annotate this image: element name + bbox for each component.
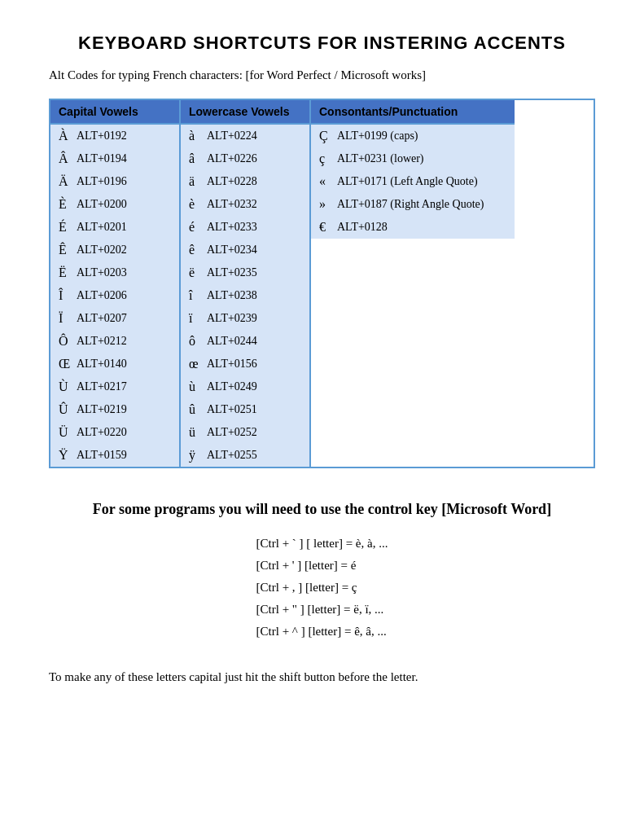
alt-code: ALT+0238 <box>207 289 257 302</box>
alt-code: ALT+0232 <box>207 198 257 211</box>
ctrl-line: [Ctrl + ^ ] [letter] = ê, â, ... <box>256 621 388 643</box>
alt-code: ALT+0194 <box>77 152 127 165</box>
alt-code: ALT+0244 <box>207 335 257 348</box>
alt-code: ALT+0171 (Left Angle Quote) <box>337 175 478 188</box>
char-glyph: Ÿ <box>59 448 77 463</box>
char-glyph: Ë <box>59 266 77 280</box>
page-title: KEYBOARD SHORTCUTS FOR INSTERING ACCENTS <box>49 33 595 54</box>
ctrl-line: [Ctrl + ` ] [ letter] = è, à, ... <box>256 533 388 555</box>
alt-code: ALT+0128 <box>337 221 388 234</box>
table-row: ÏALT+0207 <box>50 307 179 330</box>
char-glyph: ü <box>189 425 207 440</box>
alt-code: ALT+0249 <box>207 380 257 393</box>
alt-code: ALT+0201 <box>77 221 127 234</box>
alt-code: ALT+0192 <box>77 129 127 143</box>
table-row: €ALT+0128 <box>311 216 515 239</box>
char-glyph: é <box>189 220 207 235</box>
table-row: ûALT+0251 <box>181 398 309 421</box>
char-glyph: € <box>319 220 337 235</box>
ctrl-line: [Ctrl + ' ] [letter] = é <box>256 555 388 577</box>
char-glyph: ë <box>189 266 207 280</box>
table-row: üALT+0252 <box>181 421 309 444</box>
table-row: ÜALT+0220 <box>50 421 179 444</box>
char-glyph: â <box>189 151 207 166</box>
char-glyph: œ <box>189 357 207 371</box>
table-row: ÂALT+0194 <box>50 147 179 170</box>
shortcut-table: Capital VowelsÀALT+0192ÂALT+0194ÄALT+019… <box>49 99 595 468</box>
table-col-2: Consontants/PunctuationÇALT+0199 (caps)ç… <box>311 100 515 467</box>
char-glyph: À <box>59 129 77 143</box>
alt-code: ALT+0203 <box>77 266 127 279</box>
alt-code: ALT+0207 <box>77 312 127 325</box>
char-glyph: Û <box>59 402 77 417</box>
table-col-1: Lowercase VowelsàALT+0224âALT+0226äALT+0… <box>181 100 311 467</box>
char-glyph: Ê <box>59 243 77 257</box>
table-row: äALT+0228 <box>181 170 309 193</box>
footer-note: To make any of these letters capital jus… <box>49 670 595 684</box>
char-glyph: » <box>319 197 337 212</box>
char-glyph: è <box>189 197 207 212</box>
alt-code: ALT+0226 <box>207 152 257 165</box>
alt-code: ALT+0235 <box>207 266 257 279</box>
table-row: ùALT+0249 <box>181 375 309 398</box>
char-glyph: È <box>59 197 77 212</box>
table-row: ÊALT+0202 <box>50 239 179 261</box>
alt-code: ALT+0224 <box>207 129 257 143</box>
bottom-section: For some programs you will need to use t… <box>49 501 595 662</box>
table-row: êALT+0234 <box>181 239 309 261</box>
table-row: çALT+0231 (lower) <box>311 147 515 170</box>
table-row: »ALT+0187 (Right Angle Quote) <box>311 193 515 216</box>
table-row: ÎALT+0206 <box>50 284 179 307</box>
char-glyph: Ç <box>319 129 337 143</box>
table-row: ÀALT+0192 <box>50 125 179 147</box>
table-row: ÄALT+0196 <box>50 170 179 193</box>
char-glyph: Ü <box>59 425 77 440</box>
char-glyph: î <box>189 288 207 303</box>
table-row: ËALT+0203 <box>50 261 179 284</box>
alt-code: ALT+0202 <box>77 244 127 257</box>
alt-code: ALT+0239 <box>207 312 257 325</box>
table-row: ÈALT+0200 <box>50 193 179 216</box>
table-row: ÔALT+0212 <box>50 330 179 353</box>
table-row: «ALT+0171 (Left Angle Quote) <box>311 170 515 193</box>
alt-code: ALT+0140 <box>77 358 127 371</box>
char-glyph: Ù <box>59 380 77 394</box>
alt-code: ALT+0233 <box>207 221 257 234</box>
alt-code: ALT+0255 <box>207 449 257 462</box>
char-glyph: à <box>189 129 207 143</box>
alt-code: ALT+0252 <box>207 426 257 439</box>
char-glyph: ä <box>189 174 207 189</box>
table-row: ïALT+0239 <box>181 307 309 330</box>
alt-code: ALT+0200 <box>77 198 127 211</box>
char-glyph: ï <box>189 311 207 326</box>
table-row: éALT+0233 <box>181 216 309 239</box>
char-glyph: ô <box>189 334 207 349</box>
char-glyph: É <box>59 220 77 235</box>
alt-code: ALT+0199 (caps) <box>337 129 418 143</box>
alt-code: ALT+0206 <box>77 289 127 302</box>
bottom-heading: For some programs you will need to use t… <box>49 501 595 518</box>
char-glyph: ù <box>189 380 207 394</box>
alt-code: ALT+0187 (Right Angle Quote) <box>337 198 484 211</box>
char-glyph: Ä <box>59 174 77 189</box>
table-row: ôALT+0244 <box>181 330 309 353</box>
subtitle: Alt Codes for typing French characters: … <box>49 68 595 82</box>
table-row: âALT+0226 <box>181 147 309 170</box>
char-glyph: ê <box>189 243 207 257</box>
table-row: îALT+0238 <box>181 284 309 307</box>
ctrl-line: [Ctrl + " ] [letter] = ë, ï, ... <box>256 599 388 621</box>
alt-code: ALT+0219 <box>77 403 127 416</box>
char-glyph: Î <box>59 288 77 303</box>
table-row: ÉALT+0201 <box>50 216 179 239</box>
char-glyph: Ï <box>59 311 77 326</box>
table-row: ŒALT+0140 <box>50 353 179 375</box>
table-col-0: Capital VowelsÀALT+0192ÂALT+0194ÄALT+019… <box>50 100 181 467</box>
alt-code: ALT+0212 <box>77 335 127 348</box>
alt-code: ALT+0231 (lower) <box>337 152 424 165</box>
table-row: ŸALT+0159 <box>50 444 179 467</box>
table-row: œALT+0156 <box>181 353 309 375</box>
table-row: ÇALT+0199 (caps) <box>311 125 515 147</box>
alt-code: ALT+0159 <box>77 449 127 462</box>
alt-code: ALT+0220 <box>77 426 127 439</box>
char-glyph: « <box>319 174 337 189</box>
